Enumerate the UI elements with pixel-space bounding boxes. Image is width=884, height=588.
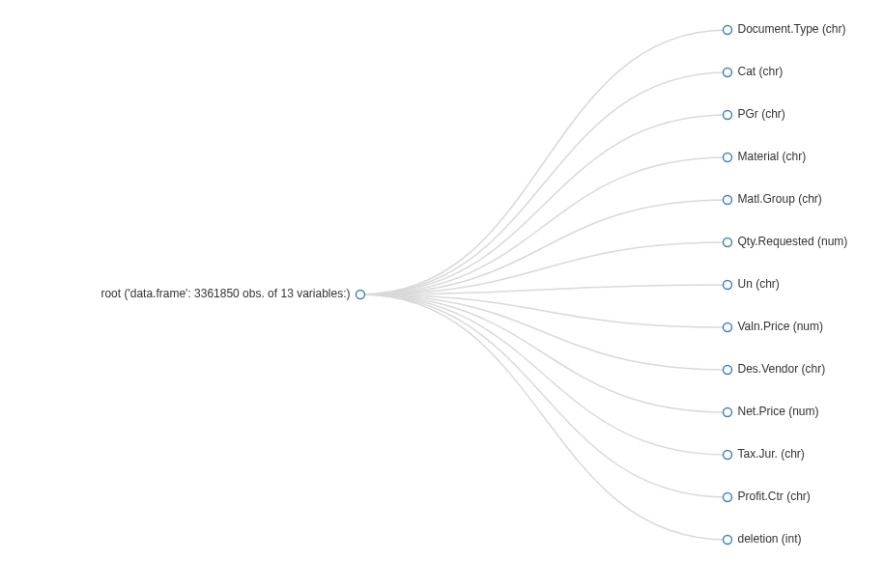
tree-link [360, 294, 727, 497]
leaf-node-label: Qty.Requested (num) [738, 235, 848, 248]
leaf-node-circle[interactable] [724, 408, 732, 417]
leaf-node[interactable]: Material (chr) [724, 150, 807, 163]
root-node-circle[interactable] [356, 291, 365, 299]
leaf-node-circle[interactable] [724, 281, 732, 290]
leaf-node-label: Document.Type (chr) [738, 22, 846, 36]
leaf-node-circle[interactable] [724, 26, 732, 35]
tree-nodes: root ('data.frame': 3361850 obs. of 13 v… [100, 22, 847, 546]
leaf-node-label: Matl.Group (chr) [738, 192, 822, 206]
leaf-node-circle[interactable] [724, 111, 732, 120]
leaf-node[interactable]: Cat (chr) [724, 65, 784, 78]
leaf-node[interactable]: Net.Price (num) [724, 405, 819, 418]
tree-link [360, 115, 727, 294]
leaf-node-label: PGr (chr) [738, 107, 785, 121]
leaf-node-label: Un (chr) [738, 277, 780, 291]
tree-links [360, 30, 727, 540]
leaf-node[interactable]: Matl.Group (chr) [724, 192, 822, 206]
leaf-node-circle[interactable] [724, 366, 732, 375]
tree-link [360, 200, 727, 294]
tree-link [360, 72, 727, 294]
tree-link [360, 294, 727, 370]
root-node[interactable]: root ('data.frame': 3361850 obs. of 13 v… [100, 287, 364, 300]
leaf-node[interactable]: Profit.Ctr (chr) [724, 490, 811, 503]
leaf-node[interactable]: deletion (int) [724, 532, 802, 546]
leaf-node-label: Profit.Ctr (chr) [738, 490, 811, 503]
leaf-node-circle[interactable] [724, 493, 732, 502]
leaf-node[interactable]: Valn.Price (num) [724, 320, 823, 333]
leaf-node-circle[interactable] [724, 323, 732, 332]
leaf-node[interactable]: Document.Type (chr) [724, 22, 846, 36]
leaf-node-circle[interactable] [724, 451, 732, 460]
tree-link [360, 294, 727, 412]
root-node-label: root ('data.frame': 3361850 obs. of 13 v… [100, 287, 350, 300]
leaf-node-circle[interactable] [724, 69, 732, 77]
leaf-node-circle[interactable] [724, 196, 732, 205]
leaf-node-label: Material (chr) [738, 150, 807, 163]
leaf-node-label: Des.Vendor (chr) [738, 362, 826, 376]
tree-link [360, 294, 727, 540]
leaf-node[interactable]: Qty.Requested (num) [724, 235, 848, 248]
leaf-node-label: Tax.Jur. (chr) [738, 447, 805, 461]
tree-link [360, 294, 727, 455]
leaf-node-label: Valn.Price (num) [738, 320, 823, 333]
leaf-node[interactable]: Un (chr) [724, 277, 780, 291]
leaf-node[interactable]: Des.Vendor (chr) [724, 362, 826, 376]
tree-diagram: root ('data.frame': 3361850 obs. of 13 v… [0, 0, 884, 588]
leaf-node-label: Cat (chr) [738, 65, 784, 78]
tree-link [360, 157, 727, 294]
leaf-node-label: Net.Price (num) [738, 405, 819, 418]
leaf-node-circle[interactable] [724, 238, 732, 247]
leaf-node[interactable]: PGr (chr) [724, 107, 785, 121]
leaf-node-label: deletion (int) [738, 532, 802, 546]
leaf-node-circle[interactable] [724, 536, 732, 545]
leaf-node-circle[interactable] [724, 154, 732, 162]
leaf-node[interactable]: Tax.Jur. (chr) [724, 447, 805, 461]
